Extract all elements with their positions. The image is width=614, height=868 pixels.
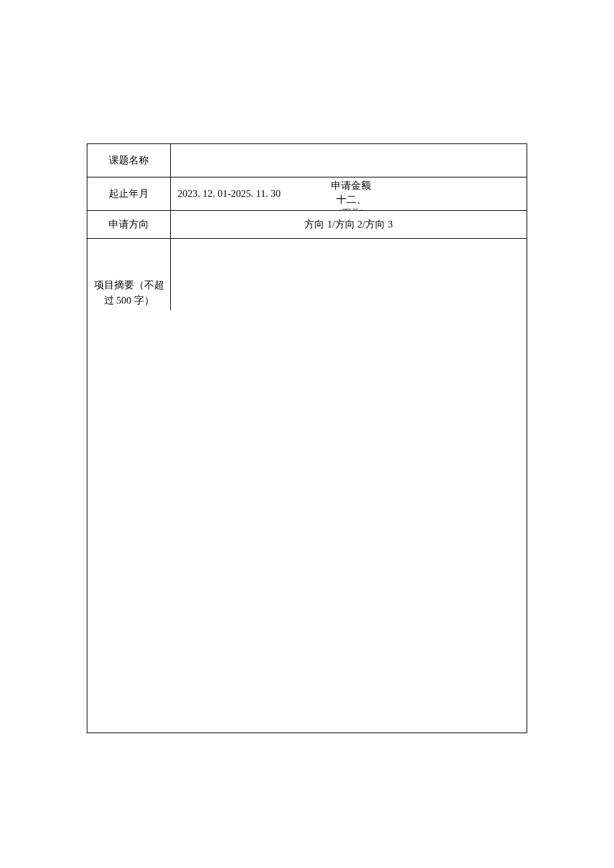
label-summary-text: 项目摘要（不超过 500 字） — [90, 278, 168, 308]
date-range-text: 2023. 12. 01-2025. 11. 30 — [178, 188, 280, 199]
label-period-text: 起止年月 — [109, 186, 149, 201]
label-topic-name: 课题名称 — [87, 144, 171, 177]
amount-label-text: 申请金额 — [331, 179, 371, 193]
amount-block: 申请金额 十二、 （万元） — [331, 179, 371, 210]
value-topic-name — [171, 144, 527, 177]
label-summary: 项目摘要（不超过 500 字） — [87, 239, 171, 310]
value-direction: 方向 1/方向 2/方向 3 — [171, 211, 527, 238]
row-direction: 申请方向 方向 1/方向 2/方向 3 — [87, 211, 527, 239]
value-direction-text: 方向 1/方向 2/方向 3 — [304, 218, 392, 231]
row-period: 起止年月 2023. 12. 01-2025. 11. 30 申请金额 十二、 … — [87, 177, 527, 211]
label-direction: 申请方向 — [87, 211, 171, 238]
value-period: 2023. 12. 01-2025. 11. 30 申请金额 十二、 （万元） — [171, 177, 527, 210]
row-summary: 项目摘要（不超过 500 字） — [87, 239, 527, 733]
row-topic-name: 课题名称 — [87, 144, 527, 177]
amount-sub2-text: （万元） — [331, 207, 371, 210]
label-period: 起止年月 — [87, 177, 171, 210]
label-topic-name-text: 课题名称 — [109, 153, 149, 168]
value-summary — [171, 239, 527, 244]
label-direction-text: 申请方向 — [109, 217, 149, 232]
amount-sub1-text: 十二、 — [331, 193, 371, 207]
form-table: 课题名称 起止年月 2023. 12. 01-2025. 11. 30 申请金额… — [87, 143, 527, 733]
